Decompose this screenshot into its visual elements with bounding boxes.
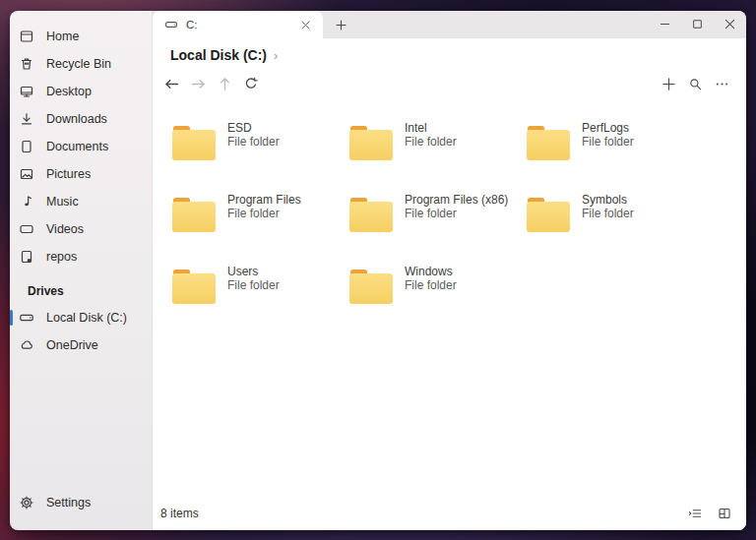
details-view-icon[interactable]: [683, 502, 707, 525]
sidebar-item-home[interactable]: Home: [10, 23, 152, 50]
recycle-bin-icon: [19, 56, 34, 72]
folder-icon: [172, 269, 216, 305]
tab-title: C:: [186, 19, 287, 30]
sidebar-item-label: Documents: [46, 140, 108, 153]
sidebar-item-label: OneDrive: [46, 338, 98, 352]
folder-type: File folder: [405, 207, 508, 220]
sidebar-item-label: Local Disk (C:): [46, 311, 127, 325]
folder-icon: [349, 197, 393, 233]
folder-item-intel[interactable]: IntelFile folder: [349, 119, 527, 191]
status-view-controls: [683, 502, 736, 525]
breadcrumb-item-local-disk-c[interactable]: Local Disk (C:): [170, 47, 267, 63]
items-count: 8 items: [160, 507, 199, 520]
maximize-button[interactable]: [681, 11, 714, 36]
sidebar-item-pictures[interactable]: Pictures: [10, 160, 152, 188]
videos-icon: [19, 221, 34, 237]
cloud-icon: [19, 337, 34, 353]
up-button[interactable]: [213, 72, 236, 95]
folder-icon: [527, 197, 570, 233]
sidebar-item-label: Home: [46, 30, 79, 43]
selection-accent-bar: [10, 310, 13, 326]
folder-name: Program Files (x86): [405, 193, 508, 207]
folder-icon: [527, 125, 570, 161]
new-tab-button[interactable]: [331, 15, 350, 34]
folder-grid: ESDFile folder IntelFile folder PerfLogs…: [153, 95, 746, 334]
folder-icon: [172, 197, 216, 233]
folder-type: File folder: [227, 207, 301, 220]
desktop-icon: [19, 84, 34, 99]
sidebar-item-label: Recycle Bin: [46, 57, 111, 71]
sidebar-item-downloads[interactable]: Downloads: [10, 105, 152, 133]
sidebar-item-label: repos: [46, 250, 77, 264]
drives-section-header: Drives: [10, 270, 152, 304]
status-bar: 8 items: [153, 501, 746, 530]
sidebar-item-onedrive[interactable]: OneDrive: [10, 331, 152, 359]
folder-name: Users: [227, 265, 280, 278]
sidebar-item-label: Settings: [46, 496, 91, 510]
folder-icon: [172, 125, 216, 161]
search-icon[interactable]: [683, 72, 707, 95]
back-button[interactable]: [159, 72, 183, 95]
folder-name: Symbols: [582, 193, 634, 207]
tab-strip: C:: [153, 11, 746, 38]
sidebar-item-local-disk-c[interactable]: Local Disk (C:): [10, 304, 152, 331]
chevron-right-icon: ›: [274, 47, 278, 63]
repos-icon: [19, 249, 34, 265]
more-options-button[interactable]: [710, 72, 733, 95]
window-caption-buttons: [649, 11, 746, 36]
content-column: C: Local Disk (C:) ›: [153, 11, 746, 530]
navigation-toolbar: [153, 63, 746, 95]
sidebar-item-recycle-bin[interactable]: Recycle Bin: [10, 50, 152, 78]
sidebar-item-repos[interactable]: repos: [10, 243, 152, 270]
breadcrumb: Local Disk (C:) ›: [153, 38, 746, 63]
folder-type: File folder: [582, 135, 634, 149]
minimize-button[interactable]: [649, 11, 681, 36]
grid-view-icon[interactable]: [713, 502, 736, 525]
drive-icon: [19, 310, 34, 326]
folder-name: Program Files: [227, 193, 301, 207]
sidebar: Home Recycle Bin Desktop Downloads Docum…: [10, 11, 153, 530]
downloads-icon: [19, 111, 34, 127]
close-window-button[interactable]: [714, 11, 746, 36]
folder-item-esd[interactable]: ESDFile folder: [172, 119, 349, 191]
folder-type: File folder: [227, 135, 280, 149]
sidebar-item-label: Downloads: [46, 112, 107, 126]
file-list-area: ESDFile folder IntelFile folder PerfLogs…: [153, 95, 746, 501]
documents-icon: [19, 139, 34, 154]
sidebar-item-label: Videos: [46, 222, 84, 236]
file-explorer-window: Home Recycle Bin Desktop Downloads Docum…: [10, 11, 746, 530]
music-icon: [19, 194, 34, 210]
sidebar-item-music[interactable]: Music: [10, 188, 152, 215]
toolbar-actions: [657, 72, 736, 95]
sidebar-item-settings[interactable]: Settings: [10, 489, 152, 516]
sidebar-item-label: Desktop: [46, 85, 92, 98]
folder-item-program-files-x86[interactable]: Program Files (x86)File folder: [349, 191, 527, 263]
folder-item-program-files[interactable]: Program FilesFile folder: [172, 191, 349, 263]
home-icon: [19, 29, 34, 44]
folder-name: Windows: [405, 265, 457, 278]
sidebar-item-videos[interactable]: Videos: [10, 215, 152, 243]
drive-icon: [164, 18, 178, 31]
gear-icon: [19, 495, 34, 510]
folder-item-windows[interactable]: WindowsFile folder: [349, 263, 527, 334]
folder-name: PerfLogs: [582, 121, 634, 135]
folder-name: ESD: [227, 121, 280, 135]
sidebar-item-label: Music: [46, 195, 79, 209]
folder-type: File folder: [405, 135, 457, 149]
folder-name: Intel: [405, 121, 457, 135]
forward-button[interactable]: [186, 72, 210, 95]
pictures-icon: [19, 166, 34, 182]
tab-close-button[interactable]: [295, 15, 315, 34]
sidebar-item-documents[interactable]: Documents: [10, 133, 152, 160]
sidebar-item-desktop[interactable]: Desktop: [10, 78, 152, 105]
folder-item-perflogs[interactable]: PerfLogsFile folder: [527, 119, 704, 191]
refresh-button[interactable]: [239, 72, 263, 95]
folder-item-symbols[interactable]: SymbolsFile folder: [527, 191, 704, 263]
folder-type: File folder: [582, 207, 634, 220]
folder-item-users[interactable]: UsersFile folder: [172, 263, 349, 334]
folder-type: File folder: [405, 278, 457, 292]
sidebar-item-label: Pictures: [46, 167, 91, 181]
add-new-button[interactable]: [657, 72, 680, 95]
tab-local-disk-c[interactable]: C:: [153, 11, 323, 38]
folder-icon: [349, 125, 393, 161]
